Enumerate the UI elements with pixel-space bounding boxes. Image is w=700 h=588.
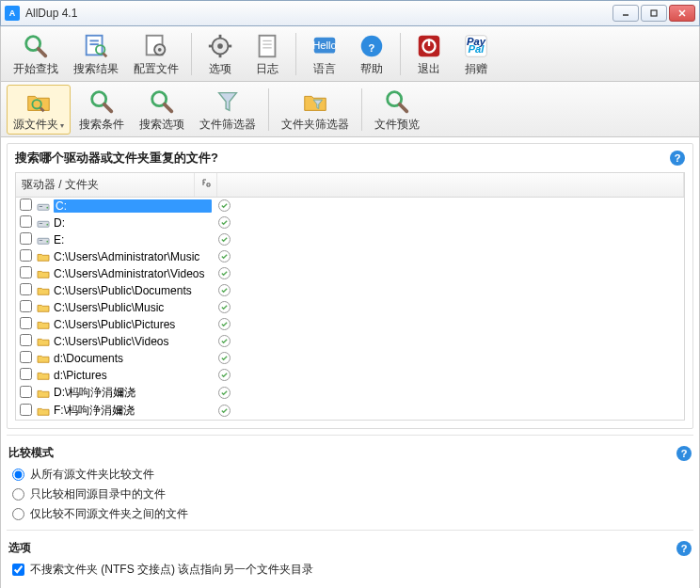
row-path: d:\Pictures <box>54 369 212 382</box>
search-options-tab[interactable]: 搜索选项 <box>133 85 191 135</box>
table-row[interactable]: C:\Users\Public\Pictures <box>16 316 684 333</box>
svg-rect-49 <box>40 240 42 241</box>
folder-table: 驱动器 / 文件夹 C: D: E: C:\Users\Administrato… <box>15 172 685 421</box>
table-row[interactable]: E: <box>16 231 684 248</box>
title-bar: A AllDup 4.1 <box>0 0 700 26</box>
maximize-button[interactable] <box>641 5 667 22</box>
folder-search-icon <box>24 87 53 116</box>
config-file-button[interactable]: 配置文件 <box>127 29 185 79</box>
panel-header: 搜索哪个驱动器或文件夹重复的文件? ? <box>8 144 692 170</box>
power-icon <box>415 32 443 60</box>
window-title: AllDup 4.1 <box>25 7 612 20</box>
drive-icon <box>37 234 54 246</box>
compare-mode-section: 比较模式 ? 从所有源文件夹比较文件只比较相同源目录中的文件仅比较不同源文件夹之… <box>7 441 693 524</box>
hello-icon: Hello <box>310 32 339 60</box>
row-checkbox[interactable] <box>20 199 32 211</box>
svg-point-47 <box>46 224 48 226</box>
file-preview-tab[interactable]: 文件预览 <box>368 85 426 135</box>
language-button[interactable]: Hello语言 <box>302 29 347 79</box>
toolbar-label: 开始查找 <box>13 61 58 77</box>
folder-icon <box>37 319 54 330</box>
exit-button[interactable]: 退出 <box>406 29 452 79</box>
radio-input[interactable] <box>12 469 24 481</box>
compare-option[interactable]: 从所有源文件夹比较文件 <box>7 465 693 485</box>
gear-icon <box>206 32 234 60</box>
radio-label: 只比较相同源目录中的文件 <box>30 486 166 502</box>
gear-page-icon <box>142 32 170 60</box>
row-checkbox[interactable] <box>20 283 32 295</box>
minimize-button[interactable] <box>612 5 639 22</box>
check-circle-icon <box>218 301 231 313</box>
table-row[interactable]: F:\杩呴浄涓嬭浇 <box>16 402 684 420</box>
page-icon <box>253 32 281 60</box>
check-circle-icon <box>218 352 231 364</box>
help-icon[interactable]: ? <box>676 446 692 461</box>
table-row[interactable]: d:\Documents <box>16 350 684 367</box>
table-row[interactable]: D:\杩呴浄涓嬭浇 <box>16 384 684 402</box>
start-search-button[interactable]: 开始查找 <box>7 29 65 79</box>
help-icon[interactable]: ? <box>676 541 692 556</box>
help-icon[interactable]: ? <box>670 151 685 166</box>
row-checkbox[interactable] <box>20 266 32 278</box>
search-criteria-tab[interactable]: 搜索条件 <box>72 85 131 135</box>
col-drive-folder[interactable]: 驱动器 / 文件夹 <box>16 173 195 197</box>
table-row[interactable]: C:\Users\Administrator\Music <box>16 248 684 265</box>
compare-option[interactable]: 仅比较不同源文件夹之间的文件 <box>7 504 693 524</box>
folder-filter-tab[interactable]: 文件夹筛选器 <box>275 85 356 135</box>
window-buttons <box>612 5 695 22</box>
row-checkbox[interactable] <box>20 351 32 363</box>
radio-input[interactable] <box>12 488 24 501</box>
donate-button[interactable]: PayPal捐赠 <box>453 29 499 79</box>
row-checkbox[interactable] <box>20 300 32 312</box>
close-button[interactable] <box>669 5 695 22</box>
log-button[interactable]: 日志 <box>245 29 290 79</box>
table-row[interactable]: C:\Users\Administrator\Videos <box>16 265 684 282</box>
col-expand-icon[interactable] <box>195 173 217 197</box>
radio-input[interactable] <box>12 508 24 520</box>
check-circle-icon <box>218 250 231 262</box>
row-checkbox[interactable] <box>20 249 32 262</box>
folder-icon <box>37 370 54 381</box>
options-button[interactable]: 选项 <box>198 29 243 79</box>
row-path: C:\Users\Public\Documents <box>54 284 212 297</box>
row-checkbox[interactable] <box>20 215 32 228</box>
table-row[interactable]: C: <box>16 198 684 215</box>
file-filter-tab[interactable]: 文件筛选器 <box>193 85 262 135</box>
row-checkbox[interactable] <box>20 232 32 245</box>
compare-option[interactable]: 只比较相同源目录中的文件 <box>7 485 693 504</box>
row-checkbox[interactable] <box>20 404 32 416</box>
table-row[interactable]: C:\Users\Public\Music <box>16 299 684 316</box>
source-folders-tab[interactable]: 源文件夹▾ <box>7 85 71 135</box>
checkbox-input[interactable] <box>12 564 24 576</box>
row-checkbox[interactable] <box>20 317 32 329</box>
table-row[interactable]: D: <box>16 215 684 231</box>
options-title: 选项 <box>8 540 31 556</box>
row-checkbox[interactable] <box>20 386 32 398</box>
table-row[interactable]: d:\Pictures <box>16 367 684 384</box>
folder-icon <box>37 336 54 347</box>
row-path: C:\Users\Public\Videos <box>54 335 212 348</box>
folder-icon <box>37 405 54 417</box>
row-checkbox[interactable] <box>20 368 32 380</box>
row-path: F:\杩呴浄涓嬭浇 <box>54 403 212 419</box>
table-row[interactable]: C:\Users\Public\Documents <box>16 282 684 299</box>
table-row[interactable]: C:\Users\Public\Videos <box>16 333 684 350</box>
option-item[interactable]: 不搜索文件夹 (NTFS 交接点) 该点指向另一个文件夹目录 <box>7 560 693 580</box>
tab-toolbar: 源文件夹▾搜索条件搜索选项文件筛选器文件夹筛选器文件预览 <box>0 82 700 137</box>
row-path: E: <box>54 233 212 246</box>
row-path: C: <box>54 199 212 213</box>
row-checkbox[interactable] <box>20 334 32 346</box>
drive-icon <box>37 200 54 212</box>
toolbar-label: 配置文件 <box>134 61 179 77</box>
funnel-icon <box>214 87 242 116</box>
toolbar-label: 退出 <box>418 61 440 77</box>
toolbar-label: 搜索结果 <box>73 61 119 77</box>
tab-label: 文件筛选器 <box>199 117 256 133</box>
search-result-button[interactable]: 搜索结果 <box>67 29 125 79</box>
help-button[interactable]: ?帮助 <box>349 29 394 79</box>
help-icon: ? <box>358 32 386 60</box>
check-circle-icon <box>218 199 231 212</box>
svg-line-10 <box>103 54 107 57</box>
tab-label: 源文件夹▾ <box>13 117 64 133</box>
toolbar-label: 语言 <box>313 61 336 77</box>
